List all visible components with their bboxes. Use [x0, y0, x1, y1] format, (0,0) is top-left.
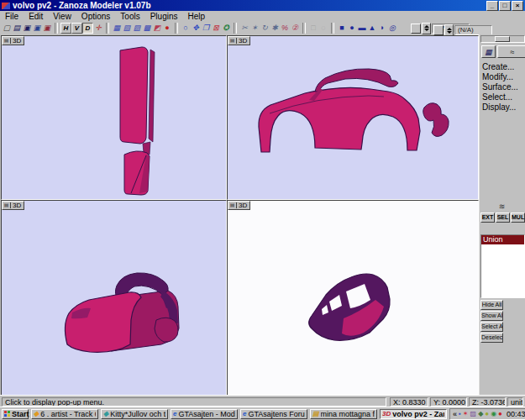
primitive-cone-icon[interactable]: ▲ — [367, 23, 377, 34]
rotate-tool-icon[interactable]: ↻ — [260, 23, 270, 34]
panel-link-create[interactable]: Create... — [482, 62, 518, 72]
delete-view-icon[interactable]: ⊠ — [211, 23, 221, 34]
menu-help[interactable]: Help — [183, 12, 211, 21]
panel-scrollbar-thumb[interactable] — [495, 36, 510, 42]
taskbar-window-gtasajten-mods[interactable]: eGTAsajten - Mods - ... — [171, 409, 238, 419]
toggle-v-button[interactable]: V — [71, 23, 82, 34]
viewport-menu-icon[interactable]: ▤ — [228, 202, 237, 208]
view-box-icon[interactable]: ❐ — [201, 23, 211, 34]
menu-plugins[interactable]: Plugins — [145, 12, 183, 21]
refresh-view-icon[interactable]: ✪ — [221, 23, 231, 34]
primitive-sphere-icon[interactable]: ● — [347, 23, 357, 34]
taskbar-window-mina-mottagna-filer[interactable]: ▤mina mottagna filer — [310, 409, 377, 419]
export-icon[interactable]: ▣ — [42, 23, 52, 34]
viewport-label-chip[interactable]: ▤3D — [228, 36, 250, 45]
viewport-label-chip[interactable]: ▤3D — [2, 36, 24, 45]
panel-link-modify[interactable]: Modify... — [482, 72, 518, 82]
viewport-menu-icon[interactable]: ▤ — [228, 38, 237, 44]
panel-link-surface[interactable]: Surface... — [482, 82, 518, 92]
import-icon[interactable]: ▣ — [32, 23, 42, 34]
primitive-torus-icon[interactable]: ◎ — [387, 23, 397, 34]
listbox-body[interactable] — [481, 244, 524, 297]
close-button[interactable]: × — [512, 1, 523, 11]
tray-icon-7[interactable]: ● — [498, 410, 502, 418]
pan-tool-icon[interactable]: ✥ — [191, 23, 201, 34]
viewport-top-left[interactable]: ▤3D — [1, 35, 227, 200]
spinner-checkbox[interactable] — [411, 24, 421, 34]
select-circle-icon[interactable]: ◌ — [318, 23, 328, 34]
toolbar-separator[interactable] — [55, 23, 58, 34]
tray-icon-2[interactable]: ✶ — [463, 410, 469, 418]
render-sphere-icon[interactable]: ● — [162, 23, 172, 34]
primitive-teapot-icon[interactable]: ◗ — [377, 23, 387, 34]
panel-spinner-arrows-icon[interactable] — [444, 24, 454, 36]
menu-edit[interactable]: Edit — [24, 12, 48, 21]
panel-spinner-checkbox[interactable] — [433, 25, 444, 35]
toolbar-separator[interactable] — [175, 23, 178, 34]
taskbar-window-music[interactable]: ◆6 . artist - Track 04 - ... — [31, 409, 98, 419]
primitive-box-icon[interactable]: ▬ — [357, 23, 367, 34]
sel-button[interactable]: SEL — [496, 213, 510, 223]
spinner-arrows-icon[interactable] — [422, 23, 431, 34]
star-tool-icon[interactable]: ✶ — [249, 23, 260, 34]
zoom-tool-icon[interactable]: ○ — [181, 23, 191, 34]
maximize-button[interactable]: □ — [499, 1, 511, 11]
panel-scrollbar[interactable] — [480, 35, 525, 43]
local-axes-icon[interactable]: ✛ — [93, 23, 103, 34]
modify-tool-icon[interactable]: ✱ — [270, 23, 280, 34]
faces-mode-icon[interactable]: ▨ — [132, 23, 142, 34]
tray-icon-4[interactable]: ◆ — [478, 410, 483, 418]
selection-mode-icon[interactable]: ◩ — [152, 23, 162, 34]
toolbar-separator[interactable] — [234, 23, 237, 34]
scale-percent-icon[interactable]: % — [280, 23, 290, 34]
mul-button[interactable]: MUL — [511, 213, 525, 223]
tray-icon-6[interactable]: ◉ — [491, 410, 496, 418]
taskbar-window-volvo-pv2[interactable]: 3Dvolvo pv2 - Zanoz... — [380, 409, 447, 419]
new-file-icon[interactable]: ▢ — [2, 23, 12, 34]
viewport-label-chip[interactable]: ▤3D — [2, 201, 24, 210]
toggle-h-button[interactable]: H — [60, 23, 71, 34]
toolbar-separator[interactable] — [331, 23, 334, 34]
vertices-mode-icon[interactable]: ▦ — [112, 23, 122, 34]
menu-options[interactable]: Options — [76, 12, 115, 21]
tray-icon-1[interactable]: ▪ — [459, 410, 461, 418]
primitive-cube-icon[interactable]: ■ — [337, 23, 347, 34]
hide-all-button[interactable]: Hide All — [480, 300, 503, 310]
objects-mode-icon[interactable]: ▩ — [142, 23, 152, 34]
toolbar-separator[interactable] — [106, 23, 109, 34]
taskbar-window-gtasajtens-forum[interactable]: eGTAsajtens Forum ... — [240, 409, 307, 419]
cut-tool-icon[interactable]: ✂ — [239, 23, 249, 34]
tray-icon-5[interactable]: ● — [485, 410, 489, 418]
toolbar-separator[interactable] — [302, 23, 306, 34]
select-rect-icon[interactable]: □ — [308, 23, 318, 34]
menu-tools[interactable]: Tools — [115, 12, 144, 21]
curves-button[interactable]: ≈ — [497, 45, 525, 58]
tray-icon-3[interactable]: ▨ — [470, 410, 477, 418]
material-editor-button[interactable]: ▦ — [481, 45, 496, 58]
taskbar-window-kitty[interactable]: ◈Kitty*Jullov och tre ... — [101, 409, 168, 419]
viewport-menu-icon[interactable]: ▤ — [3, 202, 11, 208]
minimize-button[interactable]: _ — [486, 1, 498, 11]
show-all-button[interactable]: Show All — [480, 311, 503, 321]
viewport-label-chip[interactable]: ▤3D — [228, 201, 250, 210]
start-button[interactable]: Start — [2, 409, 29, 419]
tray-collapse-button[interactable]: « — [453, 410, 457, 418]
objects-listbox[interactable]: Union — [480, 234, 525, 298]
panel-link-display[interactable]: Display... — [482, 102, 518, 113]
panel-link-select[interactable]: Select... — [482, 92, 518, 102]
ext-button[interactable]: EXT — [480, 213, 495, 223]
save-file-icon[interactable]: ▣ — [22, 23, 32, 34]
menu-file[interactable]: File — [0, 12, 24, 21]
deselect-button[interactable]: Deselect — [480, 333, 503, 343]
listbox-selected-item[interactable]: Union — [481, 235, 524, 244]
toggle-d-button[interactable]: D — [82, 23, 93, 34]
menu-view[interactable]: View — [48, 12, 76, 21]
uv-second-icon[interactable]: ② — [290, 23, 300, 34]
viewport-top-right[interactable]: ▤3D — [227, 35, 479, 200]
open-file-icon[interactable]: ▤ — [12, 23, 22, 34]
viewport-bottom-right[interactable]: ▤3D — [227, 200, 479, 396]
title-bar[interactable]: volvo pv2 - Zanoza Modeler v1.07b _ □ × — [0, 0, 525, 11]
viewport-bottom-left[interactable]: ▤3D — [1, 200, 227, 396]
select-all-button[interactable]: Select All — [480, 322, 503, 332]
viewport-menu-icon[interactable]: ▤ — [3, 38, 11, 44]
